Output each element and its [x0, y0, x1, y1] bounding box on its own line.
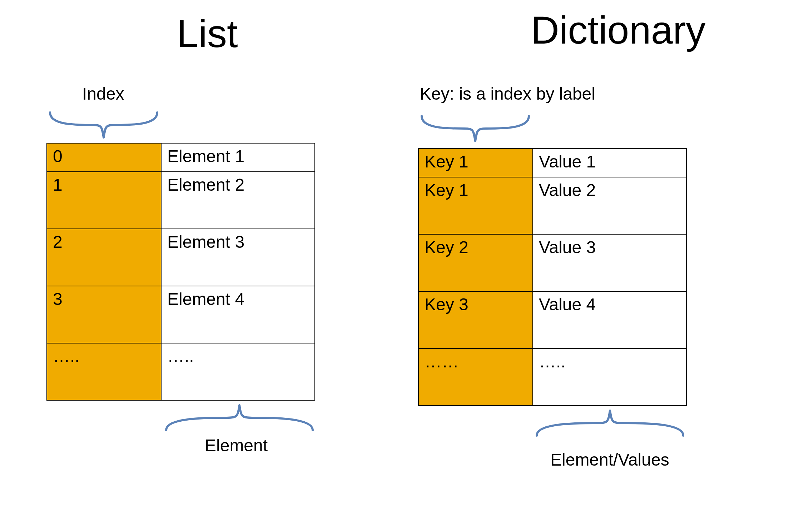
dict-key-cell: Key 3	[418, 291, 533, 348]
list-index-cell: 2	[47, 229, 161, 286]
dict-value-cell: …..	[533, 348, 686, 406]
list-index-cell: …..	[47, 343, 161, 400]
table-row: Key 2Value 3	[418, 234, 686, 291]
dict-title: Dictionary	[493, 7, 743, 52]
brace-icon	[533, 407, 687, 439]
table-row: Key 1Value 1	[418, 149, 686, 177]
dict-value-cell: Value 1	[533, 149, 686, 177]
brace-icon	[46, 109, 161, 141]
table-row: 2Element 3	[47, 229, 315, 286]
diagram-stage: List Index 0Element 11Element 22Element …	[0, 0, 789, 532]
list-value-cell: Element 4	[161, 286, 315, 343]
dict-value-cell: Value 3	[533, 234, 686, 291]
list-index-label: Index	[82, 84, 124, 104]
table-row: Key 3Value 4	[418, 291, 686, 348]
list-value-cell: …..	[161, 343, 315, 400]
dict-value-cell: Value 2	[533, 177, 686, 234]
dict-value-label: Element/Values	[550, 450, 669, 470]
table-row: ………..	[418, 348, 686, 406]
table-row: Key 1Value 2	[418, 177, 686, 234]
table-row: 0Element 1	[47, 143, 315, 172]
list-index-cell: 1	[47, 172, 161, 229]
table-row: …..…..	[47, 343, 315, 400]
list-table: 0Element 11Element 22Element 33Element 4…	[46, 143, 315, 401]
dict-key-cell: Key 1	[418, 177, 533, 234]
list-value-cell: Element 1	[161, 143, 315, 172]
dict-key-label: Key: is a index by label	[420, 84, 595, 104]
dict-key-cell: Key 1	[418, 149, 533, 177]
list-title: List	[136, 11, 279, 56]
dict-key-cell: Key 2	[418, 234, 533, 291]
brace-icon	[163, 402, 316, 434]
list-value-cell: Element 2	[161, 172, 315, 229]
dict-key-cell: ……	[418, 348, 533, 406]
table-row: 3Element 4	[47, 286, 315, 343]
list-element-label: Element	[205, 436, 268, 455]
brace-icon	[418, 112, 532, 145]
list-index-cell: 3	[47, 286, 161, 343]
list-index-cell: 0	[47, 143, 161, 172]
dict-value-cell: Value 4	[533, 291, 686, 348]
dict-table: Key 1Value 1Key 1Value 2Key 2Value 3Key …	[418, 148, 687, 406]
table-row: 1Element 2	[47, 172, 315, 229]
list-value-cell: Element 3	[161, 229, 315, 286]
